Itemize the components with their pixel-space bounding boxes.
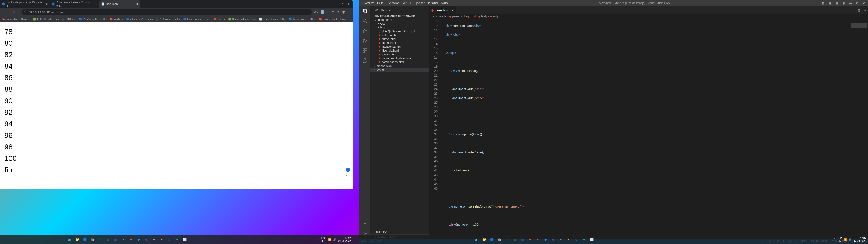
bookmark-item[interactable]: ⬛ HBO Max — [61, 18, 76, 21]
close-icon[interactable]: ✕ — [95, 2, 98, 6]
explorer-icon[interactable] — [362, 8, 367, 13]
file-pares[interactable]: ◆pares.html — [370, 53, 429, 56]
reload-button[interactable]: ⟳ — [13, 10, 16, 14]
workspace-header[interactable]: ⌄ SIN TÍTULO (ÁREA DE TRABAJO) — [370, 14, 429, 18]
browser-tab-3[interactable]: 📄Document✕ — [99, 0, 140, 8]
source-control-icon[interactable] — [362, 28, 368, 33]
crumb-body[interactable]: ◆ body — [478, 15, 487, 18]
site-info-icon[interactable]: ⓘ — [24, 10, 27, 14]
file-futbol[interactable]: ◆futbol.html — [370, 37, 429, 41]
taskbar-left[interactable]: ⊞ 📁 🔵 🛍️ ◎ ▦ ▦ ● ● ◆ ◆ ● ● ⧉ ● ⬜ ˄ ESP E… — [0, 235, 352, 244]
edge-icon[interactable]: 🔵 — [82, 236, 88, 243]
editor-tab-pares[interactable]: ◆pares.html✕ — [429, 6, 456, 14]
clock[interactable]: 17:02 07-08-2022 — [338, 237, 351, 242]
store-icon[interactable]: 🛍️ — [496, 236, 502, 243]
extensions-icon[interactable] — [362, 48, 368, 53]
crumb-folder[interactable]: curso oracle — [432, 15, 446, 18]
breadcrumb[interactable]: curso oracle › ◆ pares.html › ◆ html › ◆… — [429, 14, 868, 19]
layout-icon[interactable]: ▣ — [828, 2, 833, 5]
file-pdf[interactable]: ⎙[LAD]+Glosario+ONE.pdf — [370, 29, 429, 33]
tray-chevron-icon[interactable]: ˄ — [318, 238, 320, 241]
accounts-icon[interactable] — [362, 221, 368, 226]
minimize-button[interactable]: — — [848, 2, 853, 5]
explorer-menu-button[interactable]: ⋯ — [424, 9, 426, 12]
taskbar-icon[interactable]: ◆ — [143, 236, 149, 243]
language-indicator[interactable]: ESP ES — [321, 237, 327, 242]
tray-chevron-icon[interactable]: ˄ — [834, 238, 835, 241]
bookmark-item[interactable]: ⬜ Lorem Ipsum - All t... — [259, 18, 286, 21]
taskbar-icon[interactable]: ◆ — [550, 236, 556, 243]
testing-icon[interactable] — [362, 58, 368, 63]
home-button[interactable]: ⌂ — [18, 10, 20, 14]
code-editor[interactable]: <h2>numeros pares</h2> <h2></h2> <script… — [442, 19, 850, 239]
bookmark-item[interactable]: 🔴 Browse Fonts - Goo... — [319, 18, 347, 21]
maximize-button[interactable]: ◻ — [341, 2, 344, 6]
start-button[interactable]: ⊞ — [66, 236, 72, 243]
wifi-icon[interactable]: 📶 — [328, 238, 331, 241]
menu-ayuda[interactable]: Ayuda — [441, 2, 449, 5]
file-licencia[interactable]: ◆licencia.html — [370, 49, 429, 53]
layout-icon[interactable]: ▦ — [834, 2, 839, 5]
favorite-icon[interactable]: ☆ — [327, 10, 329, 14]
folder-diseno-web[interactable]: › diseño web — [370, 64, 429, 68]
translate-icon[interactable]: A» — [314, 10, 318, 14]
edge-icon[interactable]: 🔵 — [489, 236, 495, 243]
folder-curso-oracle[interactable]: ⌄ curso oracle — [370, 18, 429, 22]
taskbar-icon[interactable]: ⬜ — [588, 236, 595, 243]
taskbar-icon[interactable]: ◆ — [135, 236, 142, 243]
browser-tab-2[interactable]: 🔵Foro | Alura Latam - Cursos onl...✕ — [50, 0, 99, 8]
more-actions-icon[interactable]: ⋯ — [863, 8, 866, 12]
taskbar-icon[interactable]: ● — [565, 236, 572, 243]
taskbar-icon[interactable]: ● — [151, 236, 157, 243]
file-totaledades[interactable]: ◆totaledades.html — [370, 60, 429, 64]
layout-icon[interactable]: ▧ — [841, 2, 846, 5]
crumb-html[interactable]: ◆ html — [467, 15, 475, 18]
minimap[interactable] — [850, 19, 868, 239]
close-icon[interactable]: ✕ — [136, 2, 138, 6]
taskbar-icon[interactable]: ● — [558, 236, 564, 243]
bookmark-item[interactable]: ⬛ (13) Inicio - Roblox — [156, 18, 180, 21]
taskbar-icon[interactable]: ⬜ — [182, 236, 188, 243]
file-index[interactable]: ◆index.html — [370, 41, 429, 45]
bookmark-item[interactable]: 🟢 Banca en línea - Sin... — [228, 18, 256, 21]
overflow-menu-button[interactable]: ⋯ — [348, 10, 351, 14]
close-tab-icon[interactable]: ✕ — [452, 8, 454, 12]
back-button[interactable]: ← — [2, 10, 5, 14]
store-icon[interactable]: 🛍️ — [89, 236, 96, 243]
bookmark-item[interactable]: 🔴 Udemy — [213, 18, 225, 21]
taskbar-icon[interactable]: ◆ — [542, 236, 549, 243]
bookmark-item[interactable]: 🔖 ZonaLeRoS | Desca... — [2, 18, 30, 21]
start-button[interactable]: ⊞ — [473, 236, 479, 243]
taskbar-icon[interactable]: ● — [527, 236, 533, 243]
bookmark-item[interactable]: 🔵 mkagames's Games — [126, 18, 153, 21]
file-tabla[interactable]: ◆tablademultiplicar.html — [370, 56, 429, 60]
new-tab-button[interactable]: ＋ — [140, 2, 147, 6]
crumb-file[interactable]: ◆ pares.html — [449, 15, 465, 18]
word-icon[interactable]: ▦ — [112, 236, 119, 243]
taskbar-right[interactable]: ⊞ 📁 🔵 🛍️ ◎ ▦ ▦ ● ● ◆ ◆ ● ● ⧉ ● ⬜ ˄ ESP E… — [352, 235, 868, 244]
menu-ejecutar[interactable]: Ejecutar — [414, 2, 425, 5]
maximize-button[interactable]: ◻ — [855, 2, 860, 5]
taskbar-icon[interactable]: ● — [581, 236, 587, 243]
browser-tab-1[interactable]: 🔵Lógica de programación parte 2✕ — [0, 0, 50, 8]
language-indicator[interactable]: ESP ES — [837, 237, 842, 242]
cast-icon[interactable]: ⇪ — [332, 10, 334, 14]
forward-button[interactable]: → — [7, 10, 10, 14]
taskbar-icon[interactable]: ● — [120, 236, 126, 243]
excel-icon[interactable]: ▦ — [105, 236, 111, 243]
volume-icon[interactable]: 🔊 — [848, 238, 852, 241]
menu-archivo[interactable]: Archivo — [365, 2, 374, 5]
folder-css[interactable]: › Css — [370, 22, 429, 26]
split-editor-icon[interactable]: ▥ — [857, 8, 860, 12]
bookmark-item[interactable]: 🔵 Ver Anime Online H... — [79, 18, 107, 21]
close-button[interactable]: ✕ — [862, 2, 866, 5]
edge-sidebar-toggle[interactable]: 🔵↻ — [344, 167, 351, 178]
url-input[interactable]: ⓘ 127.0.0.1:5500/pares.html — [22, 9, 312, 15]
run-debug-icon[interactable] — [362, 38, 368, 43]
xbox-icon[interactable]: ◎ — [504, 236, 510, 243]
bookmark-item[interactable]: 🔴 YouTube — [110, 18, 123, 21]
menu-ver[interactable]: Ver — [402, 2, 406, 5]
reader-icon[interactable]: 🔤 — [320, 10, 324, 14]
vscode-icon[interactable]: ⧉ — [573, 236, 579, 243]
taskbar-icon[interactable]: ● — [158, 236, 165, 243]
